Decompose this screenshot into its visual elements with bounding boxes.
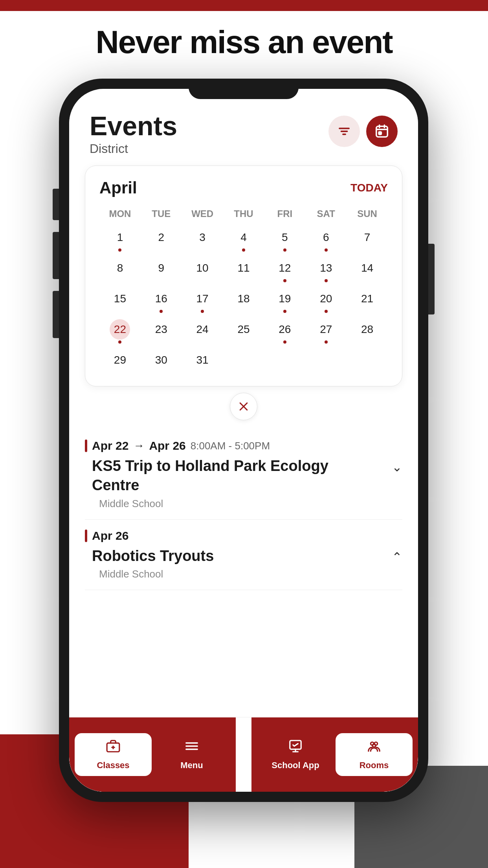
- cal-header-tue: TUE: [141, 205, 182, 224]
- phone-notch: [189, 79, 299, 99]
- cal-day-18[interactable]: 18: [223, 285, 264, 316]
- event-item-2: Apr 26 Robotics Tryouts Middle School ⌃: [85, 520, 402, 590]
- svg-point-21: [372, 744, 376, 747]
- nav-tab-rooms[interactable]: Rooms: [336, 733, 413, 776]
- cal-day-20[interactable]: 20: [305, 285, 347, 316]
- calendar-month: April: [99, 178, 137, 197]
- cal-day-25[interactable]: 25: [223, 316, 264, 347]
- cal-day-3[interactable]: 3: [182, 224, 223, 255]
- event-1-title-block: KS5 Trip to Holland Park Ecology Centre …: [92, 456, 359, 510]
- title-block: Events District: [90, 112, 177, 156]
- phone-button-vol-up: [53, 232, 59, 279]
- cal-header-thu: THU: [223, 205, 264, 224]
- event-1-end-date: Apr 26: [149, 439, 185, 452]
- screen-content: Events District: [69, 89, 418, 792]
- top-bar: [0, 0, 488, 11]
- event-1-school: Middle School: [92, 498, 359, 510]
- rooms-icon: [367, 739, 382, 757]
- svg-rect-3: [376, 126, 388, 137]
- cal-header-mon: MON: [99, 205, 141, 224]
- event-2-date-row: Apr 26: [85, 529, 402, 542]
- cal-day-11[interactable]: 11: [223, 255, 264, 285]
- cal-header-fri: FRI: [264, 205, 305, 224]
- nav-right-group: School App Rooms: [251, 717, 418, 792]
- event-1-expand-button[interactable]: ⌄: [392, 460, 402, 474]
- cal-day-31[interactable]: 31: [182, 347, 223, 375]
- cal-day-10[interactable]: 10: [182, 255, 223, 285]
- cal-day-2[interactable]: 2: [141, 224, 182, 255]
- cal-day-5[interactable]: 5: [264, 224, 305, 255]
- event-item-1: Apr 22 → Apr 26 8:00AM - 5:00PM KS5 Trip…: [85, 430, 402, 520]
- phone-screen: Events District: [69, 89, 418, 792]
- cal-day-19[interactable]: 19: [264, 285, 305, 316]
- nav-tab-classes[interactable]: Classes: [75, 733, 152, 776]
- cal-day-14[interactable]: 14: [347, 255, 388, 285]
- nav-tab-school-app[interactable]: School App: [257, 733, 334, 776]
- cal-header-wed: WED: [182, 205, 223, 224]
- menu-icon: [184, 739, 199, 757]
- event-2-school: Middle School: [92, 568, 214, 580]
- event-1-time: 8:00AM - 5:00PM: [191, 440, 270, 452]
- events-list: Apr 22 → Apr 26 8:00AM - 5:00PM KS5 Trip…: [69, 427, 418, 598]
- event-1-date-row: Apr 22 → Apr 26 8:00AM - 5:00PM: [85, 439, 402, 452]
- school-app-label: School App: [272, 760, 319, 771]
- cal-day-29[interactable]: 29: [99, 347, 141, 375]
- classes-label: Classes: [97, 760, 129, 771]
- cal-day-4[interactable]: 4: [223, 224, 264, 255]
- cal-day-15[interactable]: 15: [99, 285, 141, 316]
- nav-center-gap: [236, 717, 251, 792]
- cal-day-8[interactable]: 8: [99, 255, 141, 285]
- cal-day-21[interactable]: 21: [347, 285, 388, 316]
- header-icons: [328, 116, 398, 147]
- event-1-date-bar: [85, 440, 87, 452]
- events-header: Events District: [69, 89, 418, 166]
- phone-button-mute: [53, 189, 59, 220]
- cal-day-12[interactable]: 12: [264, 255, 305, 285]
- event-1-title: KS5 Trip to Holland Park Ecology Centre: [92, 456, 359, 495]
- cal-day-17[interactable]: 17: [182, 285, 223, 316]
- calendar-card: April TODAY MON TUE WED THU FRI SAT SUN …: [85, 166, 402, 386]
- phone-button-power: [428, 244, 435, 314]
- cal-day-empty-4: [347, 347, 388, 375]
- svg-rect-7: [379, 132, 381, 134]
- cal-day-9[interactable]: 9: [141, 255, 182, 285]
- cal-day-1[interactable]: 1: [99, 224, 141, 255]
- calendar-grid: MON TUE WED THU FRI SAT SUN 1 2 3 4 5 6 …: [99, 205, 388, 375]
- calendar-view-button[interactable]: [366, 116, 398, 147]
- event-2-title-block: Robotics Tryouts Middle School: [92, 546, 214, 580]
- today-button[interactable]: TODAY: [350, 182, 388, 194]
- cal-day-23[interactable]: 23: [141, 316, 182, 347]
- cal-day-24[interactable]: 24: [182, 316, 223, 347]
- cal-day-6[interactable]: 6: [305, 224, 347, 255]
- cal-header-sat: SAT: [305, 205, 347, 224]
- menu-label: Menu: [180, 760, 203, 771]
- cal-day-13[interactable]: 13: [305, 255, 347, 285]
- event-2-collapse-button[interactable]: ⌃: [392, 550, 402, 565]
- close-calendar-button[interactable]: [230, 393, 257, 420]
- events-subtitle: District: [90, 142, 177, 156]
- rooms-label: Rooms: [360, 760, 389, 771]
- cal-day-22[interactable]: 22: [99, 316, 141, 347]
- nav-tab-menu[interactable]: Menu: [153, 733, 230, 776]
- cal-day-28[interactable]: 28: [347, 316, 388, 347]
- cal-day-26[interactable]: 26: [264, 316, 305, 347]
- cal-header-sun: SUN: [347, 205, 388, 224]
- event-2-start-date: Apr 26: [92, 529, 128, 542]
- cal-day-27[interactable]: 27: [305, 316, 347, 347]
- events-title: Events: [90, 112, 177, 139]
- event-2-title: Robotics Tryouts: [92, 546, 214, 566]
- close-calendar-area: [69, 393, 418, 420]
- event-1-title-row: KS5 Trip to Holland Park Ecology Centre …: [85, 456, 402, 510]
- event-2-date-bar: [85, 530, 87, 542]
- cal-day-30[interactable]: 30: [141, 347, 182, 375]
- cal-day-7[interactable]: 7: [347, 224, 388, 255]
- nav-left-group: Classes Menu: [69, 717, 236, 792]
- calendar-top: April TODAY: [99, 178, 388, 197]
- page-headline: Never miss an event: [0, 24, 488, 61]
- filter-button[interactable]: [328, 116, 360, 147]
- cal-day-16[interactable]: 16: [141, 285, 182, 316]
- event-1-start-date: Apr 22: [92, 439, 128, 452]
- event-1-arrow: →: [133, 440, 144, 452]
- phone-button-vol-down: [53, 291, 59, 338]
- cal-day-empty-3: [305, 347, 347, 375]
